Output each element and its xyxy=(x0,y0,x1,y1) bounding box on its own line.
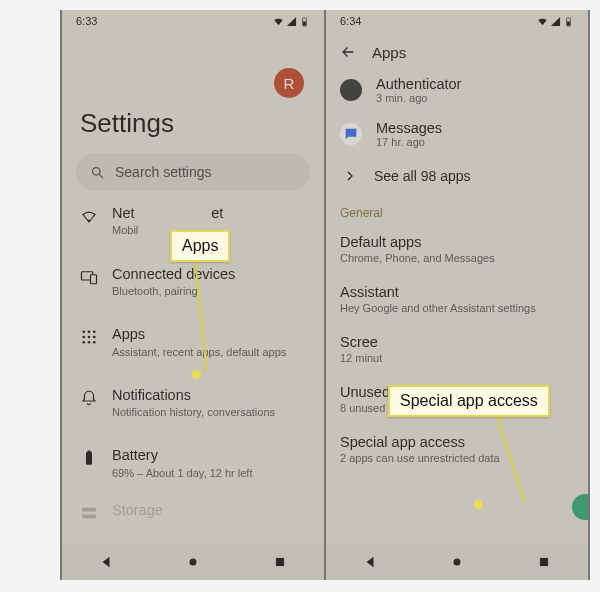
app-label: Authenticator xyxy=(376,76,461,92)
devices-icon xyxy=(80,268,98,286)
svg-line-3 xyxy=(99,174,103,178)
svg-point-4 xyxy=(88,219,90,221)
page-title: Apps xyxy=(372,44,406,61)
svg-rect-18 xyxy=(82,508,96,512)
profile-avatar[interactable]: R xyxy=(274,68,304,98)
row-notifications[interactable]: Notifications Notification history, conv… xyxy=(76,373,310,434)
svg-point-12 xyxy=(93,336,96,339)
row-apps[interactable]: Apps Assistant, recent apps, default app… xyxy=(76,312,310,373)
svg-rect-23 xyxy=(567,21,570,25)
section-general: General xyxy=(326,196,588,224)
callout-apps: Apps xyxy=(170,230,230,262)
authenticator-icon xyxy=(340,79,362,101)
svg-rect-16 xyxy=(86,452,92,465)
nav-recent-icon[interactable] xyxy=(273,555,287,569)
row-label: Storage xyxy=(112,502,163,522)
signal-icon xyxy=(550,16,561,27)
chevron-right-icon xyxy=(344,170,356,182)
svg-point-13 xyxy=(82,341,85,344)
app-row-messages[interactable]: Messages 17 hr. ago xyxy=(326,112,588,156)
row-label: Apps xyxy=(112,326,306,343)
battery-icon xyxy=(563,16,574,27)
row-assistant[interactable]: Assistant Hey Google and other Assistant… xyxy=(326,274,588,324)
page-title: Settings xyxy=(80,108,306,139)
row-sub: Hey Google and other Assistant settings xyxy=(340,302,574,314)
top-bar: Apps xyxy=(326,32,588,72)
callout-dot xyxy=(474,500,483,509)
row-sub: 2 apps can use unrestricted data xyxy=(340,452,574,464)
status-bar: 6:34 xyxy=(326,10,588,32)
battery-icon xyxy=(299,16,310,27)
nav-back-icon[interactable] xyxy=(363,555,377,569)
clock: 6:34 xyxy=(340,15,361,27)
svg-point-9 xyxy=(93,331,96,334)
row-label: Screen time xyxy=(340,334,574,350)
row-battery[interactable]: Battery 69% – About 1 day, 12 hr left xyxy=(76,433,310,494)
callout-special-app-access: Special app access xyxy=(388,385,550,417)
svg-rect-17 xyxy=(88,451,91,453)
svg-point-15 xyxy=(93,341,96,344)
app-sub: 17 hr. ago xyxy=(376,136,442,148)
apps-grid-icon xyxy=(80,328,98,346)
svg-point-11 xyxy=(88,336,91,339)
see-all-label: See all 98 apps xyxy=(374,168,471,184)
svg-point-14 xyxy=(88,341,91,344)
svg-rect-19 xyxy=(82,514,96,518)
row-sub: 69% – About 1 day, 12 hr left xyxy=(112,467,306,480)
nav-back-icon[interactable] xyxy=(99,555,113,569)
row-label: Network & interet xyxy=(112,205,306,222)
wifi-icon xyxy=(537,16,548,27)
row-sub: Bluetooth, pairing xyxy=(112,285,306,298)
svg-point-20 xyxy=(189,559,196,566)
row-sub: Notification history, conversations xyxy=(112,406,306,419)
storage-icon xyxy=(80,504,98,522)
nav-bar xyxy=(62,544,324,580)
row-screen-time[interactable]: Screen time 12 minutes today xyxy=(326,324,588,374)
wifi-icon xyxy=(80,207,98,225)
phone-apps-screen: 6:34 Apps Authenticator 3 min. ago xyxy=(325,10,590,580)
status-icons xyxy=(273,16,310,27)
svg-point-8 xyxy=(88,331,91,334)
see-all-apps[interactable]: See all 98 apps xyxy=(326,156,588,196)
search-icon xyxy=(90,165,105,180)
phone-settings-home: 6:33 R Settings Search settings Network … xyxy=(60,10,325,580)
status-icons xyxy=(537,16,574,27)
row-sub: Assistant, recent apps, default apps xyxy=(112,346,306,359)
app-label: Messages xyxy=(376,120,442,136)
search-input[interactable]: Search settings xyxy=(76,153,310,191)
svg-point-10 xyxy=(82,336,85,339)
svg-rect-25 xyxy=(540,558,548,566)
row-label: Notifications xyxy=(112,387,306,404)
row-default-apps[interactable]: Default apps Chrome, Phone, and Messages xyxy=(326,224,588,274)
row-label: Connected devices xyxy=(112,266,306,283)
status-bar: 6:33 xyxy=(62,10,324,32)
callout-dot xyxy=(192,370,201,379)
row-label: Assistant xyxy=(340,284,574,300)
search-placeholder: Search settings xyxy=(115,164,212,180)
row-special-app-access[interactable]: Special app access 2 apps can use unrest… xyxy=(326,424,588,474)
row-label: Special app access xyxy=(340,434,574,450)
row-sub: Chrome, Phone, and Messages xyxy=(340,252,574,264)
bell-icon xyxy=(80,389,98,407)
row-sub: 12 minutes today xyxy=(340,352,574,364)
nav-home-icon[interactable] xyxy=(450,555,464,569)
battery-icon xyxy=(80,449,98,467)
svg-point-2 xyxy=(93,167,101,175)
nav-home-icon[interactable] xyxy=(186,555,200,569)
nav-recent-icon[interactable] xyxy=(537,555,551,569)
messages-icon xyxy=(340,123,362,145)
svg-point-24 xyxy=(453,559,460,566)
nav-bar xyxy=(326,544,588,580)
svg-rect-21 xyxy=(276,558,284,566)
row-label: Default apps xyxy=(340,234,574,250)
back-icon[interactable] xyxy=(340,44,356,60)
clock: 6:33 xyxy=(76,15,97,27)
signal-icon xyxy=(286,16,297,27)
row-label: Battery xyxy=(112,447,306,464)
row-storage[interactable]: Storage xyxy=(76,494,310,530)
svg-point-7 xyxy=(82,331,85,334)
svg-rect-6 xyxy=(91,274,97,283)
svg-rect-1 xyxy=(303,21,306,25)
app-sub: 3 min. ago xyxy=(376,92,461,104)
app-row-authenticator[interactable]: Authenticator 3 min. ago xyxy=(326,72,588,112)
